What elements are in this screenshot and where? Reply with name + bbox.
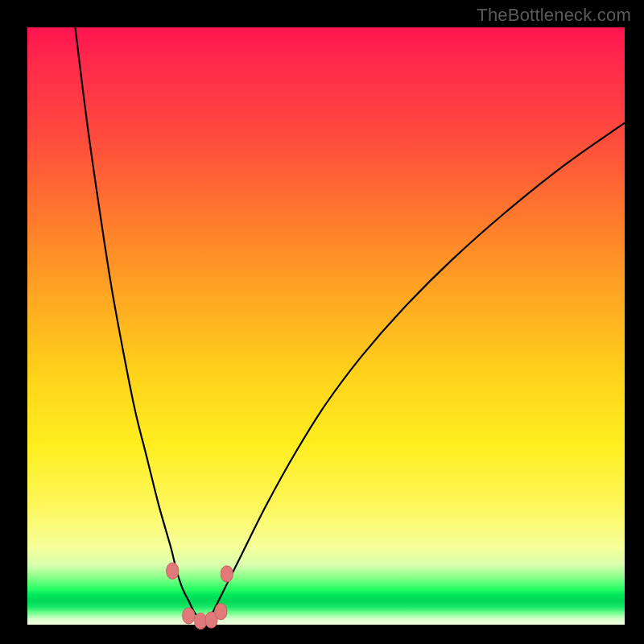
outer-frame: TheBottleneck.com bbox=[0, 0, 644, 644]
left-curve bbox=[75, 27, 204, 625]
data-marker bbox=[215, 604, 227, 620]
data-marker bbox=[221, 566, 233, 582]
plot-area bbox=[27, 27, 625, 625]
watermark-text: TheBottleneck.com bbox=[477, 5, 631, 26]
data-marker bbox=[167, 563, 179, 579]
data-marker bbox=[183, 608, 195, 624]
chart-svg bbox=[27, 27, 625, 625]
data-marker bbox=[195, 613, 207, 630]
right-curve bbox=[207, 123, 625, 625]
curve-group bbox=[75, 27, 625, 625]
marker-group bbox=[167, 563, 233, 629]
